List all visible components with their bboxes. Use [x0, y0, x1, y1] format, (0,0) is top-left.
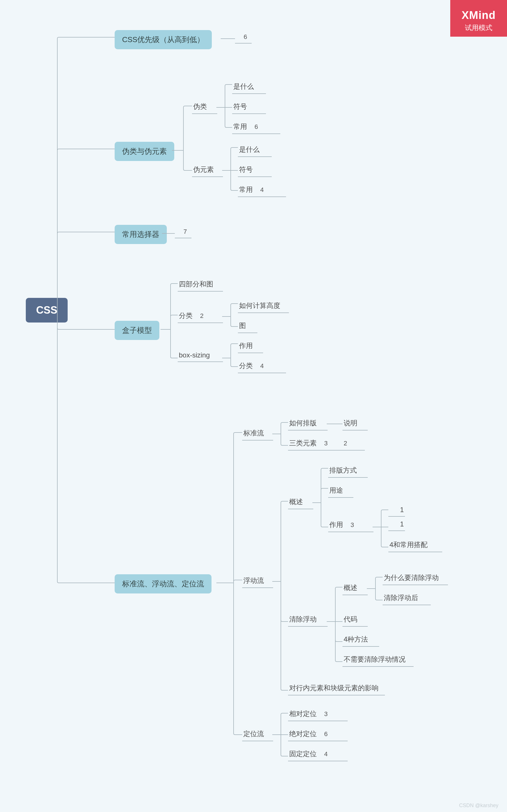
leaf-clear-why[interactable]: 为什么要清除浮动 [383, 571, 448, 585]
leaf-clear-float[interactable]: 清除浮动 [288, 613, 328, 627]
topic-label: 伪类与伪元素 [122, 147, 167, 155]
leaf-ov-use[interactable]: 用途 [328, 484, 353, 498]
leaf-box-calc[interactable]: 如何计算高度 [238, 299, 289, 313]
topic-box-model[interactable]: 盒子模型 [115, 321, 159, 340]
leaf-ov-effect-1[interactable]: 1 [388, 504, 405, 517]
leaf-clear-code[interactable]: 代码 [342, 613, 368, 627]
leaf-ov-layout[interactable]: 排版方式 [328, 464, 368, 478]
leaf-box-types[interactable]: 分类2 [178, 309, 223, 323]
topic-css-priority[interactable]: CSS优先级（从高到低） [115, 30, 212, 49]
subtopic-pseudo-class[interactable]: 伪类 [192, 100, 217, 114]
xmind-trial-label: 试用模式 [450, 23, 507, 33]
leaf-ov-effect-2[interactable]: 1 [388, 518, 405, 531]
leaf-clear-after[interactable]: 清除浮动后 [383, 591, 431, 605]
leaf-pc-common[interactable]: 常用6 [232, 120, 280, 134]
leaf-pe-symbol[interactable]: 符号 [238, 163, 272, 177]
leaf-pos-fixed[interactable]: 固定定位4 [288, 748, 348, 761]
leaf-clear-ov[interactable]: 概述 [342, 581, 368, 595]
subtopic-float-flow[interactable]: 浮动流 [242, 574, 273, 588]
leaf-pos-relative[interactable]: 相对定位3 [288, 707, 348, 721]
leaf-box-sizing[interactable]: box-sizing [178, 350, 223, 362]
leaf-pc-symbol[interactable]: 符号 [232, 100, 266, 114]
topic-pseudo[interactable]: 伪类与伪元素 [115, 142, 174, 161]
root-node-css[interactable]: CSS [26, 298, 68, 322]
topic-label: 盒子模型 [122, 326, 152, 334]
badge-selectors: 7 [175, 226, 191, 238]
leaf-ov-effect[interactable]: 作用3 [328, 518, 374, 532]
subtopic-position-flow[interactable]: 定位流 [242, 728, 273, 741]
topic-selectors[interactable]: 常用选择器 [115, 225, 167, 244]
topic-label: 标准流、浮动流、定位流 [122, 579, 204, 588]
topic-flows[interactable]: 标准流、浮动流、定位流 [115, 574, 212, 594]
subtopic-pseudo-element[interactable]: 伪元素 [192, 163, 223, 177]
leaf-std-3elem[interactable]: 三类元素32 [288, 437, 365, 450]
leaf-std-layout[interactable]: 如何排版 [288, 417, 328, 431]
leaf-float-overview[interactable]: 概述 [288, 496, 313, 509]
topic-label: 常用选择器 [122, 230, 159, 239]
mindmap-canvas: XMind 试用模式 CSS CSS优先级（从高到低） 6 伪类与伪元素 伪类 … [0, 0, 507, 812]
leaf-ov-effect-3[interactable]: 4和常用搭配 [388, 539, 442, 552]
credit-text: CSDN @karshey [459, 803, 498, 809]
leaf-box-fig[interactable]: 图 [238, 319, 258, 333]
badge-css-priority: 6 [235, 31, 251, 44]
leaf-pe-common[interactable]: 常用4 [238, 183, 286, 197]
xmind-logo: XMind [450, 9, 507, 21]
leaf-bs-types[interactable]: 分类4 [238, 360, 286, 373]
leaf-box-4parts[interactable]: 四部分和图 [178, 278, 223, 292]
subtopic-standard-flow[interactable]: 标准流 [242, 427, 273, 440]
leaf-pe-what[interactable]: 是什么 [238, 143, 272, 157]
leaf-pc-what[interactable]: 是什么 [232, 80, 266, 94]
leaf-float-impact[interactable]: 对行内元素和块级元素的影响 [288, 682, 385, 695]
xmind-watermark: XMind 试用模式 [450, 0, 507, 37]
leaf-std-layout-sub[interactable]: 说明 [342, 417, 368, 431]
leaf-pos-absolute[interactable]: 绝对定位6 [288, 728, 348, 741]
topic-label: CSS优先级（从高到低） [122, 35, 204, 44]
leaf-clear-nonneed[interactable]: 不需要清除浮动情况 [342, 653, 413, 667]
leaf-clear-4methods[interactable]: 4种方法 [342, 633, 379, 647]
leaf-bs-effect[interactable]: 作用 [238, 339, 263, 353]
